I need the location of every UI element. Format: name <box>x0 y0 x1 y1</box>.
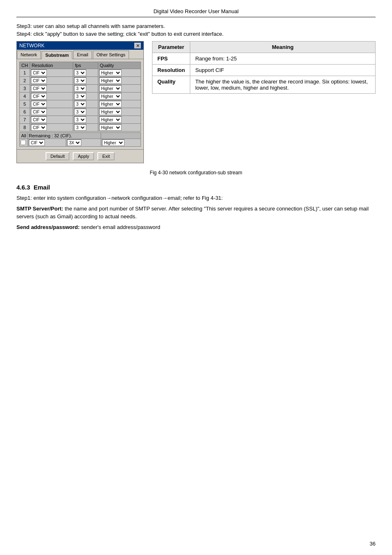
channel-row-2: 2 CIF 3 Higher <box>20 77 141 85</box>
ch-num-5: 5 <box>20 100 30 108</box>
ch-res-6: CIF <box>30 108 73 116</box>
ch-res-8: CIF <box>30 124 73 132</box>
ch-res-5: CIF <box>30 100 73 108</box>
all-quality-select[interactable]: Higher <box>102 139 125 146</box>
res-select-6[interactable]: CIF <box>31 109 47 115</box>
network-dialog: NETWORK ✕ Network Substream Email Other … <box>16 41 144 163</box>
res-select-1[interactable]: CIF <box>31 69 47 76</box>
param-name-0: FPS <box>152 53 190 65</box>
ch-fps-2: 3 <box>73 77 98 85</box>
channel-table: CH Resolution fps Quality 1 CIF 3 <box>19 62 141 132</box>
default-button[interactable]: Default <box>46 152 70 160</box>
param-row-1: Resolution Support CIF <box>152 65 376 76</box>
fps-select-5[interactable]: 3 <box>74 101 86 107</box>
res-select-7[interactable]: CIF <box>31 116 47 123</box>
res-select-2[interactable]: CIF <box>31 77 47 84</box>
section-title: Email <box>34 184 50 191</box>
all-row-table: All Remaining : 32 (CIF). CIF 3X8 <box>19 132 141 147</box>
section-heading: 4.6.3 Email <box>16 184 376 191</box>
step1-mid: network configuration <box>111 195 162 201</box>
all-checkbox-cell <box>20 139 28 147</box>
fps-select-7[interactable]: 3 <box>74 116 86 123</box>
res-select-4[interactable]: CIF <box>31 93 47 99</box>
ch-quality-8: Higher <box>98 124 141 132</box>
fps-select-2[interactable]: 3 <box>74 77 86 84</box>
param-meaning-2: The higher the value is, the clearer the… <box>190 76 376 94</box>
close-button[interactable]: ✕ <box>134 43 141 49</box>
res-select-8[interactable]: CIF <box>31 124 47 131</box>
col-quality: Quality <box>98 62 141 69</box>
all-fps-select[interactable]: 3X8 <box>67 139 81 146</box>
dialog-tabs: Network Substream Email Other Settings <box>17 50 143 59</box>
ch-num-1: 1 <box>20 69 30 77</box>
dialog-body: CH Resolution fps Quality 1 CIF 3 <box>17 59 143 149</box>
apply-button[interactable]: Apply <box>73 152 94 160</box>
res-select-5[interactable]: CIF <box>31 101 47 107</box>
content-area: NETWORK ✕ Network Substream Email Other … <box>16 41 376 163</box>
step1-text: Step1: enter into system configuration→n… <box>16 194 376 202</box>
channel-row-3: 3 CIF 3 Higher <box>20 85 141 92</box>
tab-substream[interactable]: Substream <box>42 51 72 59</box>
tab-email[interactable]: Email <box>73 51 92 59</box>
parameter-table: Parameter Meaning FPS Range from: 1-25 R… <box>152 41 376 94</box>
fps-select-8[interactable]: 3 <box>74 124 86 131</box>
dialog-footer: Default Apply Exit <box>17 149 143 163</box>
quality-select-6[interactable]: Higher <box>99 109 122 115</box>
smtp-label: SMTP Server/Port: <box>16 206 63 212</box>
fps-select-3[interactable]: 3 <box>74 85 86 92</box>
quality-select-2[interactable]: Higher <box>99 77 122 84</box>
step1-prefix: Step1: enter into system configuration <box>16 195 106 201</box>
ch-res-3: CIF <box>30 85 73 92</box>
all-row: All Remaining : 32 (CIF). <box>20 133 141 139</box>
res-select-3[interactable]: CIF <box>31 85 47 92</box>
all-quality-cell2: Higher <box>101 139 141 147</box>
ch-quality-5: Higher <box>98 100 141 108</box>
ch-fps-4: 3 <box>73 92 98 100</box>
ch-num-2: 2 <box>20 77 30 85</box>
fps-select-1[interactable]: 3 <box>74 69 86 76</box>
ch-fps-3: 3 <box>73 85 98 92</box>
tab-other-settings[interactable]: Other Settings <box>93 51 129 59</box>
send-address-text: Send address/password: sender's email ad… <box>16 223 376 231</box>
send-address-label: Send address/password: <box>16 224 80 230</box>
quality-select-4[interactable]: Higher <box>99 93 122 99</box>
page-number: 36 <box>370 541 376 547</box>
ch-res-4: CIF <box>30 92 73 100</box>
ch-fps-7: 3 <box>73 116 98 124</box>
channel-row-8: 8 CIF 3 Higher <box>20 124 141 132</box>
quality-select-8[interactable]: Higher <box>99 124 122 131</box>
ch-num-8: 8 <box>20 124 30 132</box>
all-res-select[interactable]: CIF <box>29 139 45 146</box>
fps-select-6[interactable]: 3 <box>74 109 86 115</box>
fig-caption: Fig 4-30 network configuration-sub strea… <box>16 170 376 176</box>
ch-num-3: 3 <box>20 85 30 92</box>
all-label: All <box>20 133 28 139</box>
channel-row-6: 6 CIF 3 Higher <box>20 108 141 116</box>
param-col-header: Parameter <box>152 42 190 53</box>
tab-network[interactable]: Network <box>17 51 41 59</box>
ch-quality-7: Higher <box>98 116 141 124</box>
ch-fps-5: 3 <box>73 100 98 108</box>
fps-select-4[interactable]: 3 <box>74 93 86 99</box>
ch-fps-8: 3 <box>73 124 98 132</box>
quality-select-5[interactable]: Higher <box>99 101 122 107</box>
quality-select-7[interactable]: Higher <box>99 116 122 123</box>
all-res-cell: CIF <box>28 139 66 147</box>
ch-num-4: 4 <box>20 92 30 100</box>
section-number: 4.6.3 <box>16 184 30 191</box>
ch-quality-3: Higher <box>98 85 141 92</box>
col-fps: fps <box>73 62 98 69</box>
exit-button[interactable]: Exit <box>97 152 115 160</box>
send-address-body: sender's email address/password <box>80 224 160 230</box>
quality-select-1[interactable]: Higher <box>99 69 122 76</box>
param-meaning-1: Support CIF <box>190 65 376 76</box>
channel-row-4: 4 CIF 3 Higher <box>20 92 141 100</box>
col-ch: CH <box>20 62 30 69</box>
param-row-2: Quality The higher the value is, the cle… <box>152 76 376 94</box>
ch-fps-1: 3 <box>73 69 98 77</box>
quality-select-3[interactable]: Higher <box>99 85 122 92</box>
all-checkbox[interactable] <box>21 140 26 145</box>
arrow1: → <box>106 195 111 201</box>
channel-row-5: 5 CIF 3 Higher <box>20 100 141 108</box>
step4-text: Step4: click "apply" button to save the … <box>16 31 376 37</box>
